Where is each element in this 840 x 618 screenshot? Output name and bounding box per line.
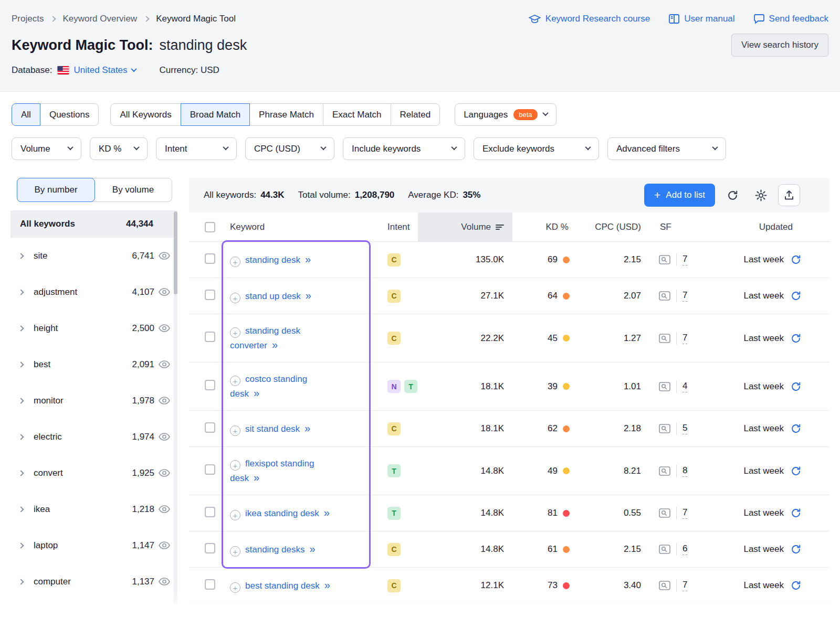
sf-count[interactable]: 7: [682, 254, 687, 265]
add-keyword-icon[interactable]: +: [230, 327, 240, 338]
group-row-best[interactable]: best 2,091: [10, 346, 177, 382]
refresh-metrics-icon[interactable]: [791, 291, 801, 301]
header-cpc[interactable]: CPC (USD): [573, 212, 646, 241]
kd-filter-dropdown[interactable]: KD %: [90, 137, 148, 160]
add-keyword-icon[interactable]: +: [230, 546, 240, 557]
sf-count[interactable]: 4: [682, 381, 687, 392]
advanced-filters-dropdown[interactable]: Advanced filters: [607, 137, 726, 160]
eye-icon[interactable]: [159, 397, 175, 404]
tab-questions[interactable]: Questions: [40, 103, 99, 126]
eye-icon[interactable]: [159, 505, 175, 513]
expand-keyword-icon[interactable]: »: [324, 507, 330, 518]
row-checkbox[interactable]: [205, 422, 215, 433]
serp-preview-icon[interactable]: [659, 545, 670, 554]
toggle-by-volume[interactable]: By volume: [94, 178, 172, 201]
eye-icon[interactable]: [159, 433, 175, 441]
row-checkbox[interactable]: [205, 543, 215, 553]
eye-icon[interactable]: [159, 360, 175, 368]
tab-all[interactable]: All: [12, 103, 40, 126]
expand-keyword-icon[interactable]: »: [324, 579, 331, 591]
add-keyword-icon[interactable]: +: [230, 510, 240, 520]
eye-icon[interactable]: [159, 578, 175, 585]
row-checkbox[interactable]: [205, 464, 215, 475]
refresh-metrics-icon[interactable]: [791, 466, 801, 476]
user-manual-link[interactable]: User manual: [669, 14, 734, 24]
group-row-height[interactable]: height 2,500: [10, 310, 177, 346]
header-kd[interactable]: KD %: [512, 212, 573, 241]
keyword-link[interactable]: sit stand desk: [245, 424, 300, 434]
group-row-convert[interactable]: convert 1,925: [10, 455, 177, 491]
add-to-list-button[interactable]: + Add to list: [644, 184, 715, 207]
row-checkbox[interactable]: [205, 507, 215, 517]
sf-count[interactable]: 5: [682, 423, 687, 434]
sf-count[interactable]: 7: [682, 333, 687, 344]
volume-filter-dropdown[interactable]: Volume: [12, 137, 81, 160]
expand-keyword-icon[interactable]: »: [306, 290, 312, 301]
send-feedback-link[interactable]: Send feedback: [754, 14, 828, 24]
refresh-metrics-icon[interactable]: [791, 423, 801, 434]
keyword-link[interactable]: stand up desk: [245, 291, 301, 301]
sf-count[interactable]: 7: [682, 580, 687, 591]
add-keyword-icon[interactable]: +: [230, 425, 240, 436]
intent-filter-dropdown[interactable]: Intent: [156, 137, 237, 160]
expand-keyword-icon[interactable]: »: [272, 339, 278, 350]
header-volume[interactable]: Volume: [418, 212, 512, 241]
eye-icon[interactable]: [159, 324, 175, 332]
add-keyword-icon[interactable]: +: [230, 376, 240, 386]
expand-keyword-icon[interactable]: »: [304, 422, 311, 434]
group-all-keywords[interactable]: All keywords 44,344: [10, 210, 177, 238]
database-selector[interactable]: United States: [74, 65, 136, 76]
refresh-metrics-icon[interactable]: [791, 333, 801, 344]
group-row-ikea[interactable]: ikea 1,218: [10, 491, 177, 527]
sf-count[interactable]: 7: [682, 290, 687, 302]
keyword-link[interactable]: standing desks: [245, 545, 304, 555]
sf-count[interactable]: 7: [682, 507, 687, 519]
include-keywords-dropdown[interactable]: Include keywords: [343, 137, 465, 160]
group-row-electric[interactable]: electric 1,974: [10, 419, 177, 455]
serp-preview-icon[interactable]: [659, 334, 670, 343]
table-settings-button[interactable]: [750, 184, 772, 206]
group-row-laptop[interactable]: laptop 1,147: [10, 527, 177, 563]
eye-icon[interactable]: [159, 541, 175, 549]
serp-preview-icon[interactable]: [659, 424, 670, 433]
expand-keyword-icon[interactable]: »: [309, 543, 316, 555]
keyword-link[interactable]: standing desk: [245, 255, 300, 265]
tab-phrase-match[interactable]: Phrase Match: [249, 103, 323, 126]
keyword-link[interactable]: standing desk converter: [230, 326, 300, 351]
keyword-link[interactable]: flexispot standing desk: [230, 459, 314, 484]
keyword-research-course-link[interactable]: Keyword Research course: [529, 14, 650, 24]
row-checkbox[interactable]: [205, 579, 215, 590]
expand-keyword-icon[interactable]: »: [305, 253, 311, 265]
refresh-metrics-icon[interactable]: [791, 580, 801, 591]
tab-all-keywords[interactable]: All Keywords: [110, 103, 181, 126]
toggle-by-number[interactable]: By number: [17, 178, 95, 202]
expand-keyword-icon[interactable]: »: [254, 387, 260, 399]
eye-icon[interactable]: [159, 252, 175, 260]
export-button[interactable]: [778, 184, 800, 206]
breadcrumb-projects[interactable]: Projects: [12, 14, 44, 24]
refresh-metrics-icon[interactable]: [791, 254, 801, 265]
tab-exact-match[interactable]: Exact Match: [323, 103, 391, 126]
expand-keyword-icon[interactable]: »: [254, 472, 260, 483]
row-checkbox[interactable]: [205, 332, 215, 342]
view-search-history-button[interactable]: View search history: [731, 34, 828, 57]
keyword-link[interactable]: best standing desk: [245, 581, 320, 591]
tab-broad-match[interactable]: Broad Match: [181, 103, 250, 126]
row-checkbox[interactable]: [205, 290, 215, 300]
cpc-filter-dropdown[interactable]: CPC (USD): [245, 137, 334, 160]
refresh-metrics-icon[interactable]: [791, 544, 801, 555]
serp-preview-icon[interactable]: [659, 382, 670, 391]
group-row-monitor[interactable]: monitor 1,978: [10, 382, 177, 419]
add-keyword-icon[interactable]: +: [230, 293, 240, 303]
add-keyword-icon[interactable]: +: [230, 582, 240, 593]
group-row-site[interactable]: site 6,741: [10, 238, 177, 274]
languages-dropdown[interactable]: Languages beta: [455, 103, 556, 126]
eye-icon[interactable]: [159, 469, 175, 477]
tab-related[interactable]: Related: [391, 103, 440, 126]
sf-count[interactable]: 8: [682, 465, 687, 477]
refresh-metrics-icon[interactable]: [791, 508, 801, 518]
add-keyword-icon[interactable]: +: [230, 460, 240, 471]
row-checkbox[interactable]: [205, 380, 215, 390]
eye-icon[interactable]: [159, 288, 175, 296]
row-checkbox[interactable]: [205, 253, 215, 264]
